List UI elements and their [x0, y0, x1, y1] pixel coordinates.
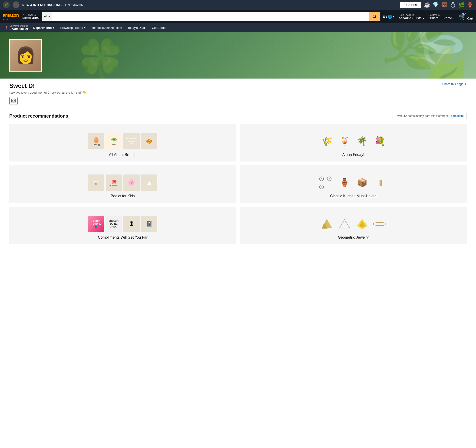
- rec-card-brunch[interactable]: 🥚 The Egg 🥗 Salad BREAKFASTLUNCHTEA 🧇: [9, 124, 236, 162]
- profile-bio: I always love a good theme! Check out al…: [9, 91, 86, 94]
- rec-card-compliments[interactable]: YOURFUTURE📘 YOU AREDOINGGREAT 🗓 📓 Compli…: [9, 207, 236, 244]
- prime-menu[interactable]: Prime ▼: [443, 13, 455, 20]
- compliments-card-images: YOURFUTURE📘 YOU AREDOINGGREAT 🗓 📓: [88, 213, 157, 232]
- deliver-location-header[interactable]: 📍 Deliver to Seatte 98109: [22, 14, 39, 20]
- header-right: EN 🌐 ▼ Hello, deirdrie Account & Lists ▼…: [383, 13, 473, 20]
- comp-img-2: YOU AREDOINGGREAT: [106, 216, 122, 232]
- search-icon: [372, 14, 377, 19]
- banner-product-1: ☕: [424, 2, 430, 8]
- social-links: [9, 97, 86, 105]
- avatar-person-icon: 👩: [16, 47, 36, 63]
- orders-button[interactable]: Returns & Orders: [428, 13, 440, 20]
- svg-point-3: [12, 100, 14, 102]
- share-page-button[interactable]: Share this page ▼: [442, 82, 467, 86]
- rec-card-aloha[interactable]: 🌾 🍹 🌴 💐 Aloha Friday!: [240, 124, 467, 162]
- aloha-card-images: 🌾 🍹 🌴 💐: [319, 131, 388, 149]
- profile-banner-bg: 🍃 🌿 🍀 🌱: [0, 32, 476, 78]
- rec-title: Product recommendations: [9, 113, 68, 119]
- todays-deals-link[interactable]: Today's Deals: [125, 24, 149, 31]
- site-header: amazon prime 📍 Deliver to Seatte 98109 A…: [0, 10, 476, 23]
- rec-card-kitchen[interactable]: ⊙ ⊙ ⊙ 🏺 📦 |||| Classic Kitchen Must-Have…: [240, 165, 467, 203]
- aloha-img-2: 🍹: [336, 133, 353, 149]
- compliments-card-label: Compliments Will Get You Far: [98, 235, 147, 240]
- jewelry-img-4: [372, 216, 388, 232]
- profile-banner: 🍃 🌿 🍀 🌱 👩: [0, 32, 476, 78]
- rec-card-jewelry[interactable]: Geometric Jewelry: [240, 207, 467, 244]
- profile-avatar: 👩: [9, 39, 42, 72]
- browsing-history-menu[interactable]: Browsing History ▼: [58, 24, 88, 31]
- kids-img-2: 🐙 OCTICORN: [106, 174, 122, 191]
- svg-point-0: [373, 15, 376, 18]
- chevron-down-icon: ▼: [453, 17, 455, 20]
- departments-menu[interactable]: Departments ▼: [31, 24, 57, 31]
- kids-img-3: 🌸: [123, 174, 140, 191]
- banner-product-6: 🏺: [467, 2, 473, 8]
- navigation-bar: 📍 Deliver to Deirdrie Seatte 98109 Depar…: [0, 23, 476, 32]
- kitchen-card-images: ⊙ ⊙ ⊙ 🏺 📦 ||||: [319, 172, 388, 191]
- learn-more-link[interactable]: Learn more: [449, 114, 464, 118]
- top-banner: 🌿 🐾 NEW & INTERESTING FINDS ON AMAZON EX…: [0, 0, 476, 10]
- language-selector[interactable]: EN 🌐 ▼: [383, 14, 395, 19]
- comp-img-4: 📓: [141, 216, 157, 232]
- search-input[interactable]: [52, 12, 369, 21]
- deliver-location-nav[interactable]: 📍 Deliver to Deirdrie Seatte 98109: [3, 24, 30, 32]
- banner-mascot-icon: 🐾: [12, 1, 20, 8]
- chevron-down-icon: ▼: [393, 15, 395, 18]
- books-card-images: TODAY📔 🐙 OCTICORN 🌸 ▲: [88, 172, 157, 191]
- deirdrie-amazon-link[interactable]: deirdrie's Amazon.com: [89, 24, 124, 31]
- brunch-card-label: All About Brunch: [109, 153, 136, 157]
- banner-text: NEW & INTERESTING FINDS ON AMAZON: [22, 3, 397, 7]
- comp-img-3: 🗓: [123, 216, 140, 232]
- aloha-img-1: 🌾: [319, 133, 335, 149]
- rec-card-books-kids[interactable]: TODAY📔 🐙 OCTICORN 🌸 ▲ Books for Kids: [9, 165, 236, 203]
- storefront-notice: Sweet D! earns money from this storefron…: [393, 113, 467, 119]
- banner-product-4: 💍: [450, 2, 456, 8]
- account-menu[interactable]: Hello, deirdrie Account & Lists ▼: [399, 13, 425, 20]
- jewelry-img-1: [319, 216, 335, 232]
- svg-point-10: [373, 222, 386, 226]
- banner-product-2: 💎: [432, 2, 439, 8]
- kitchen-img-3: 📦: [354, 174, 370, 191]
- profile-info-section: Sweet D! I always love a good theme! Che…: [0, 78, 476, 108]
- books-kids-card-label: Books for Kids: [111, 194, 135, 198]
- aloha-card-label: Aloha Friday!: [342, 153, 364, 157]
- amazon-logo[interactable]: amazon prime: [3, 12, 19, 20]
- banner-product-icons: ☕ 💎 🐻 💍 🌿 🏺: [424, 2, 473, 8]
- banner-product-5: 🌿: [458, 2, 465, 8]
- profile-name: Sweet D!: [9, 82, 86, 90]
- svg-point-4: [14, 100, 15, 100]
- gift-cards-link[interactable]: Gift Cards: [149, 24, 168, 31]
- kitchen-img-2: 🏺: [336, 174, 353, 191]
- jewelry-img-3: [354, 216, 370, 232]
- instagram-icon[interactable]: [9, 97, 18, 105]
- brunch-img-4: 🧇: [141, 133, 157, 149]
- product-recommendations-section: Product recommendations Sweet D! earns m…: [0, 108, 476, 249]
- profile-details: Sweet D! I always love a good theme! Che…: [9, 82, 86, 105]
- search-category-dropdown[interactable]: All ▼: [42, 12, 52, 21]
- svg-line-1: [375, 17, 376, 18]
- location-pin-icon: 📍: [5, 26, 9, 29]
- chevron-down-icon: ▼: [84, 27, 86, 29]
- recommendations-grid: 🥚 The Egg 🥗 Salad BREAKFASTLUNCHTEA 🧇: [9, 124, 467, 244]
- chevron-down-icon: ▼: [464, 83, 467, 85]
- brunch-img-3: BREAKFASTLUNCHTEA: [123, 133, 140, 149]
- kitchen-img-4: ||||: [372, 174, 388, 191]
- aloha-img-3: 🌴: [354, 133, 370, 149]
- brunch-img-1: 🥚 The Egg: [88, 133, 104, 149]
- cart-button[interactable]: 🛒 3 Cart: [459, 13, 473, 20]
- jewelry-img-2: [336, 216, 353, 232]
- explore-button[interactable]: EXPLORE: [400, 2, 421, 8]
- search-button[interactable]: [369, 12, 380, 21]
- chevron-down-icon: ▼: [422, 17, 425, 20]
- svg-marker-7: [339, 220, 350, 228]
- globe-icon: 🌐: [387, 14, 392, 19]
- kids-img-1: TODAY📔: [88, 174, 104, 191]
- jewelry-card-label: Geometric Jewelry: [338, 235, 369, 240]
- kitchen-card-label: Classic Kitchen Must-Haves: [330, 194, 376, 198]
- jewelry-card-images: [319, 213, 388, 232]
- rec-header: Product recommendations Sweet D! earns m…: [9, 113, 467, 119]
- chevron-down-icon: ▼: [48, 15, 51, 18]
- brunch-img-2: 🥗 Salad: [106, 133, 122, 149]
- aloha-img-4: 💐: [372, 133, 388, 149]
- kitchen-img-1: ⊙ ⊙ ⊙: [319, 174, 335, 191]
